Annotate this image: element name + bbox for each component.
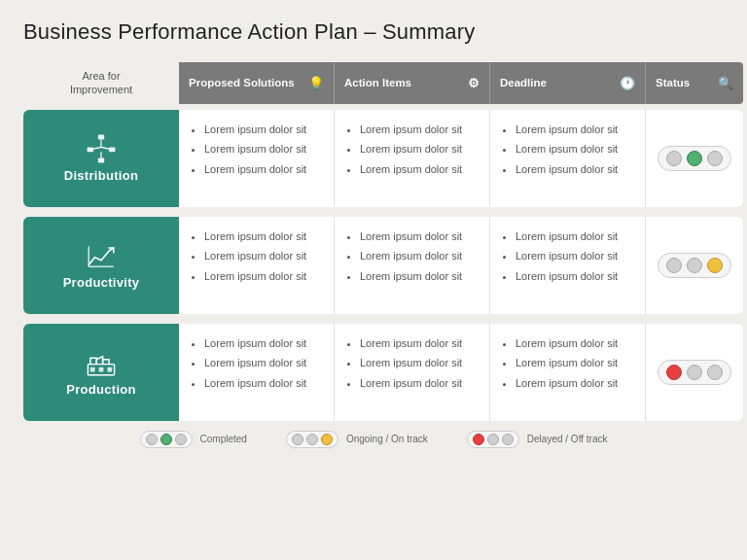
light-yellow-off: [707, 151, 723, 166]
light-yellow-on: [707, 258, 723, 273]
proposed-solutions-label: Proposed Solutions: [189, 77, 295, 88]
distribution-icon: [86, 133, 117, 168]
legend-light: [175, 434, 187, 445]
status-label: Status: [656, 77, 690, 88]
legend-ongoing-light: [286, 431, 338, 448]
legend-light: [160, 434, 172, 445]
list-item: Lorem ipsum dolor sit: [516, 246, 633, 266]
list-item: Lorem ipsum dolor sit: [516, 139, 633, 159]
distribution-traffic-light: [658, 146, 731, 171]
distribution-status: [646, 110, 743, 207]
productivity-status: [646, 217, 743, 314]
light-green-off: [687, 365, 702, 380]
row-productivity: Productivity Lorem ipsum dolor sit Lorem…: [23, 217, 724, 314]
production-traffic-light: [658, 360, 731, 385]
list-item: Lorem ipsum dolor sit: [204, 159, 322, 180]
svg-rect-12: [99, 368, 104, 372]
list-item: Lorem ipsum dolor sit: [516, 373, 633, 394]
area-distribution: Distribution: [23, 110, 179, 207]
row-distribution: Distribution Lorem ipsum dolor sit Lorem…: [23, 110, 724, 207]
header-status: Status 🔍: [646, 62, 743, 104]
productivity-traffic-light: [658, 253, 731, 278]
svg-rect-11: [90, 368, 95, 372]
list-item: Lorem ipsum dolor sit: [516, 159, 633, 180]
light-green-on: [687, 151, 702, 166]
list-item: Lorem ipsum dolor sit: [360, 227, 478, 247]
production-status: [646, 324, 743, 421]
list-item: Lorem ipsum dolor sit: [204, 227, 322, 247]
search-icon: 🔍: [718, 76, 733, 90]
list-item: Lorem ipsum dolor sit: [360, 353, 478, 373]
distribution-name: Distribution: [64, 168, 139, 183]
row-production: Production Lorem ipsum dolor sit Lorem i…: [23, 324, 724, 421]
legend-light: [502, 434, 514, 445]
clock-icon: 🕐: [620, 76, 635, 90]
legend-completed-label: Completed: [200, 434, 247, 444]
legend-delayed: Delayed / Off track: [467, 431, 608, 448]
production-icon: [86, 347, 117, 382]
list-item: Lorem ipsum dolor sit: [204, 333, 322, 354]
productivity-actions: Lorem ipsum dolor sit Lorem ipsum dolor …: [335, 217, 490, 314]
production-actions: Lorem ipsum dolor sit Lorem ipsum dolor …: [335, 324, 490, 421]
list-item: Lorem ipsum dolor sit: [516, 227, 633, 247]
legend-light: [146, 434, 158, 445]
distribution-proposed: Lorem ipsum dolor sit Lorem ipsum dolor …: [179, 110, 335, 207]
legend-ongoing: Ongoing / On track: [286, 431, 428, 448]
legend-ongoing-label: Ongoing / On track: [346, 434, 428, 444]
light-red-on: [666, 365, 682, 380]
productivity-name: Productivity: [63, 275, 140, 290]
production-deadline: Lorem ipsum dolor sit Lorem ipsum dolor …: [490, 324, 646, 421]
light-green-off: [687, 258, 702, 273]
productivity-deadline: Lorem ipsum dolor sit Lorem ipsum dolor …: [490, 217, 646, 314]
legend-light: [321, 434, 333, 445]
list-item: Lorem ipsum dolor sit: [204, 120, 322, 140]
column-headers: Area forImprovement Proposed Solutions 💡…: [23, 62, 724, 104]
page-title: Business Performance Action Plan – Summa…: [23, 19, 724, 45]
table-wrapper: Area forImprovement Proposed Solutions 💡…: [23, 62, 724, 421]
productivity-proposed: Lorem ipsum dolor sit Lorem ipsum dolor …: [179, 217, 335, 314]
header-action-items: Action Items ⚙: [335, 62, 490, 104]
list-item: Lorem ipsum dolor sit: [516, 120, 633, 140]
list-item: Lorem ipsum dolor sit: [204, 353, 322, 373]
light-red-off: [666, 151, 682, 166]
legend-delayed-label: Delayed / Off track: [527, 434, 608, 444]
area-improvement-label: Area forImprovement: [23, 62, 179, 104]
light-red-off: [666, 258, 682, 273]
svg-rect-0: [98, 135, 104, 140]
svg-rect-13: [107, 368, 112, 372]
list-item: Lorem ipsum dolor sit: [204, 266, 322, 287]
legend-completed-light: [140, 431, 193, 448]
light-yellow-off: [707, 365, 723, 380]
legend-light: [306, 434, 318, 445]
page: Business Performance Action Plan – Summa…: [0, 0, 747, 560]
list-item: Lorem ipsum dolor sit: [516, 353, 633, 373]
header-proposed-solutions: Proposed Solutions 💡: [179, 62, 335, 104]
list-item: Lorem ipsum dolor sit: [204, 373, 322, 394]
list-item: Lorem ipsum dolor sit: [360, 373, 478, 394]
legend-completed: Completed: [140, 431, 247, 448]
area-production: Production: [23, 324, 179, 421]
list-item: Lorem ipsum dolor sit: [516, 266, 633, 287]
list-item: Lorem ipsum dolor sit: [204, 246, 322, 266]
production-proposed: Lorem ipsum dolor sit Lorem ipsum dolor …: [179, 324, 335, 421]
gear-icon: ⚙: [468, 76, 480, 90]
productivity-icon: [86, 240, 117, 275]
list-item: Lorem ipsum dolor sit: [360, 159, 478, 180]
list-item: Lorem ipsum dolor sit: [204, 139, 322, 159]
action-items-label: Action Items: [344, 77, 411, 88]
svg-rect-3: [98, 158, 104, 163]
production-name: Production: [66, 382, 136, 397]
list-item: Lorem ipsum dolor sit: [516, 333, 633, 354]
legend-delayed-light: [467, 431, 519, 448]
list-item: Lorem ipsum dolor sit: [360, 266, 478, 287]
header-deadline: Deadline 🕐: [490, 62, 646, 104]
legend-light: [487, 434, 499, 445]
area-productivity: Productivity: [23, 217, 179, 314]
legend-light: [292, 434, 303, 445]
deadline-label: Deadline: [500, 77, 547, 88]
list-item: Lorem ipsum dolor sit: [360, 120, 478, 140]
list-item: Lorem ipsum dolor sit: [360, 333, 478, 354]
distribution-deadline: Lorem ipsum dolor sit Lorem ipsum dolor …: [490, 110, 646, 207]
list-item: Lorem ipsum dolor sit: [360, 139, 478, 159]
distribution-actions: Lorem ipsum dolor sit Lorem ipsum dolor …: [335, 110, 490, 207]
